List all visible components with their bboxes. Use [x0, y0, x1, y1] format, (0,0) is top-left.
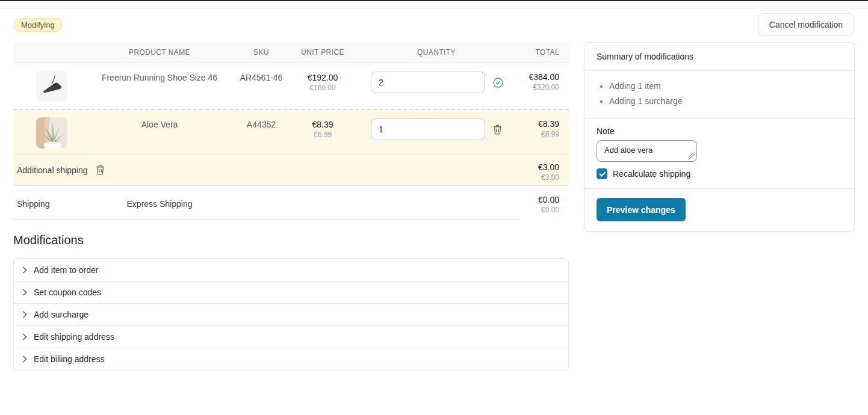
accordion-item-label: Add item to order	[34, 265, 98, 275]
accordion-item-label: Set coupon codes	[34, 287, 101, 297]
column-header-unit-price: UNIT PRICE	[294, 48, 352, 57]
quantity-input[interactable]	[371, 72, 485, 93]
accordion-item-coupon-codes[interactable]: Set coupon codes	[14, 281, 568, 303]
accordion-item-label: Edit shipping address	[34, 332, 114, 342]
order-modification-page: Modifying Cancel modification PRODUCT NA…	[0, 0, 868, 415]
total-cell: €384.00 €320.00	[521, 63, 569, 109]
shipping-row: Shipping Express Shipping €0.00 €0.00	[13, 185, 569, 220]
note-field-wrap: Add aloe vera	[597, 140, 697, 162]
product-image-cell	[13, 110, 90, 154]
summary-title: Summary of modifications	[584, 43, 854, 71]
total-original: €320.00	[521, 83, 559, 91]
total-cell: €3.00 €3.00	[538, 162, 559, 182]
browser-top-strip	[0, 0, 868, 8]
chevron-right-icon	[22, 289, 27, 296]
accordion-item-label: Edit billing address	[34, 354, 105, 364]
unit-price-original: €160.00	[294, 84, 352, 92]
note-section: Note Add aloe vera Recalculate shipping	[584, 119, 854, 189]
total-cell: €8.39 €6.99	[521, 110, 569, 154]
unit-price-cell: €8.39 €6.99	[294, 110, 352, 154]
quantity-input[interactable]	[371, 118, 485, 140]
shipping-method: Express Shipping	[90, 186, 229, 220]
total-current: €384.00	[521, 72, 559, 82]
table-row-added-item: Aloe Vera A44352 €8.39 €6.99 €8.39	[13, 109, 569, 154]
surcharge-label: Additional shipping	[17, 165, 88, 175]
preview-changes-button[interactable]: Preview changes	[597, 198, 686, 221]
chevron-right-icon	[22, 311, 27, 318]
product-name: Aloe Vera	[90, 110, 229, 154]
status-badge: Modifying	[13, 18, 63, 32]
unit-price-cell: €192.00 €160.00	[294, 63, 352, 109]
table-header-row: PRODUCT NAME SKU UNIT PRICE QUANTITY TOT…	[13, 42, 569, 63]
trash-icon[interactable]	[96, 165, 105, 175]
unit-price-current: €8.39	[294, 120, 352, 129]
unit-price-current: €192.00	[294, 73, 352, 82]
column-header-quantity: QUANTITY	[352, 48, 521, 57]
accordion-item-add-surcharge[interactable]: Add surcharge	[14, 303, 568, 325]
accordion-item-edit-billing-address[interactable]: Edit billing address	[14, 348, 568, 370]
surcharge-row: Additional shipping €3.00 €3.00	[13, 154, 569, 185]
summary-items-section: Adding 1 item Adding 1 surcharge	[584, 71, 854, 119]
accordion-item-label: Add surcharge	[34, 310, 88, 319]
aloe-plant-product-image	[36, 117, 67, 149]
unit-price-original: €6.99	[294, 131, 352, 139]
summary-card: Summary of modifications Adding 1 item A…	[584, 42, 855, 232]
summary-item: Adding 1 surcharge	[609, 94, 842, 109]
accordion-item-edit-shipping-address[interactable]: Edit shipping address	[14, 325, 568, 348]
sneaker-product-image	[36, 70, 67, 102]
quantity-cell	[352, 63, 521, 109]
product-name: Freerun Running Shoe Size 46	[90, 63, 229, 109]
column-header-product-name: PRODUCT NAME	[90, 48, 229, 57]
recalculate-shipping-label[interactable]: Recalculate shipping	[613, 169, 690, 179]
chevron-right-icon	[22, 355, 27, 363]
total-cell: €0.00 €0.00	[538, 195, 559, 214]
summary-items-list: Adding 1 item Adding 1 surcharge	[597, 79, 842, 109]
total-original: €0.00	[538, 206, 559, 214]
column-header-sku: SKU	[229, 48, 294, 57]
total-current: €3.00	[538, 162, 559, 172]
summary-item: Adding 1 item	[609, 79, 842, 94]
recalculate-shipping-row: Recalculate shipping	[597, 168, 842, 179]
total-current: €8.39	[521, 119, 559, 129]
chevron-right-icon	[22, 266, 27, 274]
cancel-modification-button[interactable]: Cancel modification	[758, 13, 854, 36]
shipping-label: Shipping	[13, 186, 90, 220]
note-input[interactable]: Add aloe vera	[597, 140, 697, 162]
product-sku: AR4561-46	[229, 63, 294, 109]
modifications-heading: Modifications	[13, 233, 84, 247]
column-header-total: TOTAL	[521, 48, 569, 57]
recalculate-shipping-checkbox[interactable]	[597, 168, 607, 179]
product-sku: A44352	[229, 110, 294, 154]
quantity-cell	[352, 110, 521, 154]
total-original: €3.00	[538, 173, 559, 182]
accordion-item-add-item[interactable]: Add item to order	[14, 259, 568, 281]
summary-card-footer: Preview changes	[584, 189, 854, 231]
product-image-cell	[13, 63, 90, 109]
total-current: €0.00	[538, 195, 559, 204]
trash-icon[interactable]	[493, 124, 502, 135]
note-label: Note	[597, 126, 842, 136]
chevron-right-icon	[22, 333, 27, 340]
total-original: €6.99	[521, 130, 559, 138]
order-items-table: PRODUCT NAME SKU UNIT PRICE QUANTITY TOT…	[13, 42, 569, 220]
table-row: Freerun Running Shoe Size 46 AR4561-46 €…	[13, 63, 569, 109]
modifications-accordion: Add item to order Set coupon codes Add s…	[13, 258, 569, 370]
check-circle-icon	[493, 78, 503, 88]
